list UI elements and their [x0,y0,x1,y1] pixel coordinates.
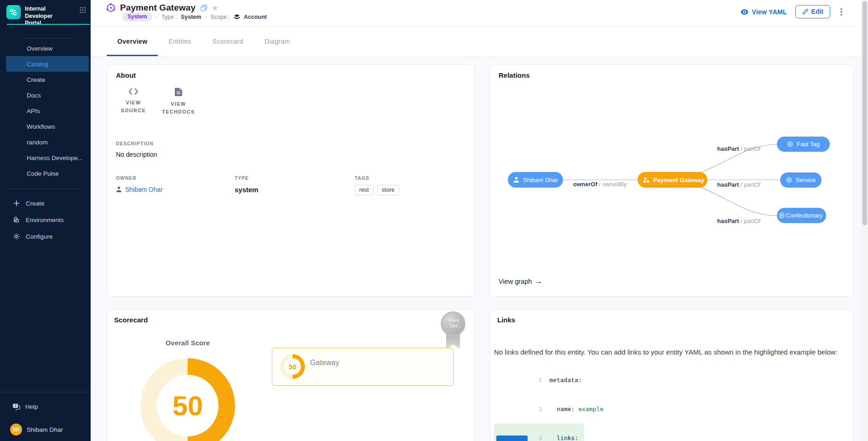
user-menu[interactable]: SD Shibam Dhar [0,422,91,437]
user-avatar: SD [10,424,22,435]
entity-meta-row: System · Type : System · Scope : Account [122,12,267,21]
account-scope-icon [234,14,240,20]
graph-node-service[interactable]: Service [780,172,822,188]
yaml-example-code: 1metadata: 2name: example 3links: 4- url… [494,366,699,441]
page-title: Payment Gateway [120,3,195,13]
tab-diagram[interactable]: Diagram [254,26,301,56]
sidebar-item-create[interactable]: Create [0,72,91,87]
sidebar-item-catalog[interactable]: Catalog [6,56,89,72]
type-field-value: system [235,186,355,194]
eye-icon [741,9,748,15]
person-icon [116,186,122,193]
pencil-icon [802,9,808,15]
scorecard-title: Scorecard [114,316,148,324]
code-line-1: 1metadata: [494,366,587,395]
gateway-score-donut: 50 [280,354,305,379]
meta-separator: · [156,14,158,20]
silver-tier-badge: Silver Tier [440,311,466,351]
sidebar-item-harness-developer[interactable]: Harness Develope... [0,150,91,166]
system-entity-icon [106,3,116,13]
graph-node-owner[interactable]: Shibam Dhar [508,172,563,188]
sidebar-footer-label: Create [26,200,45,207]
scorecard-card: Scorecard Silver Tier Overall Score 50 5… [107,309,475,441]
tab-scorecard[interactable]: Scorecard [202,26,254,56]
entity-tabbar: Overview Entities Scorecard Diagram [91,26,868,57]
code-icon [128,88,138,95]
page-scrollbar [861,0,868,441]
sidebar-divider [6,189,84,189]
plus-icon [12,200,20,206]
links-empty-message: No links defined for this entity. You ca… [494,348,850,356]
sidebar-item-apis[interactable]: APIs [0,103,91,119]
view-source-label: VIEWSOURCE [121,99,146,115]
help-button[interactable]: ? Help [0,399,91,414]
graph-node-confectionary[interactable]: Confectionary [777,208,826,223]
links-action-button[interactable] [496,435,528,441]
favorite-star-icon[interactable]: ★ [212,4,218,12]
sidebar-item-docs[interactable]: Docs [0,87,91,103]
gear-icon [12,233,20,240]
app-window: Internal Developer Portal Overview Catal… [0,0,868,441]
view-graph-link[interactable]: View graph → [499,277,542,286]
sidebar-item-overview[interactable]: Overview [0,40,91,56]
user-name: Shibam Dhar [27,426,63,433]
nav-group-divider [22,38,74,39]
system-shapes-icon [643,177,650,183]
graph-node-fast-tag[interactable]: Fast Tag [777,137,830,152]
app-switcher-grid-icon[interactable] [80,7,86,13]
tab-entities[interactable]: Entities [158,26,201,56]
relations-graph: Shibam Dhar Payment Gateway Fast Tag [490,65,853,296]
copy-icon[interactable] [201,5,207,11]
edge-label-haspart-1: hasPart/ partOf [717,145,760,152]
sidebar: Internal Developer Portal Overview Catal… [0,0,91,441]
view-techdocs-label: VIEWTECHDOCS [162,100,195,116]
tag-chip-store[interactable]: store [377,185,399,195]
graph-node-label: Shibam Dhar [523,177,558,183]
sidebar-item-create-action[interactable]: Create [0,195,91,212]
sidebar-footer-label: Configure [26,233,53,240]
graph-node-entity[interactable]: Payment Gateway [638,172,707,188]
edge-label-owner: ownerOf/ ownedBy [573,181,627,188]
environments-icon [12,216,20,223]
document-icon [175,88,182,97]
sidebar-logo: Internal Developer Portal [0,0,91,32]
view-yaml-button[interactable]: View YAML [741,8,787,16]
links-title: Links [497,316,515,324]
service-chip-icon [779,212,785,218]
sidebar-bottom-divider [0,392,91,392]
scope-value: Account [244,14,267,20]
relations-card: Relations Shibam Dhar [490,64,853,297]
graph-node-label: Confectionary [786,212,822,219]
entity-header: Payment Gateway ★ System · Type : System… [91,0,868,26]
more-options-kebab-icon[interactable]: ••• [839,8,844,16]
sidebar-item-configure[interactable]: Configure [0,228,91,245]
sidebar-item-workflows[interactable]: Workflows [0,119,91,134]
view-techdocs-button[interactable]: VIEWTECHDOCS [159,85,198,116]
scorecard-check-gateway[interactable]: 50 Gateway [272,348,454,386]
type-label: Type : [161,14,177,20]
tag-chip-rest[interactable]: rest [355,185,374,195]
scope-label: Scope : [211,14,230,20]
tab-overview[interactable]: Overview [107,26,158,56]
entity-kind-badge: System [122,12,152,21]
sidebar-item-random[interactable]: random [0,134,91,150]
view-source-button[interactable]: VIEWSOURCE [114,85,153,116]
harness-logo-icon [6,5,21,19]
overall-score-donut: 50 [140,358,235,441]
scrollbar-thumb[interactable] [862,1,867,225]
sidebar-item-environments[interactable]: Environments [0,212,91,228]
description-label: DESCRIPTION [116,141,157,146]
overview-content: About VIEWSOURCE VIEWTECHDOCS [91,57,868,441]
gateway-score-value: 50 [289,363,297,371]
graph-node-label: Fast Tag [797,141,820,148]
sidebar-item-code-pulse[interactable]: Code Pulse [0,166,91,181]
owner-link[interactable]: Shibam Dhar [116,186,235,193]
sidebar-footer-nav: Create Environments Configure [0,195,91,245]
service-chip-icon [787,141,793,147]
edit-label: Edit [811,8,823,15]
tags-label: TAGS [355,175,466,181]
person-icon [513,177,519,183]
overall-score-value: 50 [172,390,203,422]
edit-button[interactable]: Edit [795,5,830,18]
graph-node-label: Payment Gateway [653,177,704,183]
